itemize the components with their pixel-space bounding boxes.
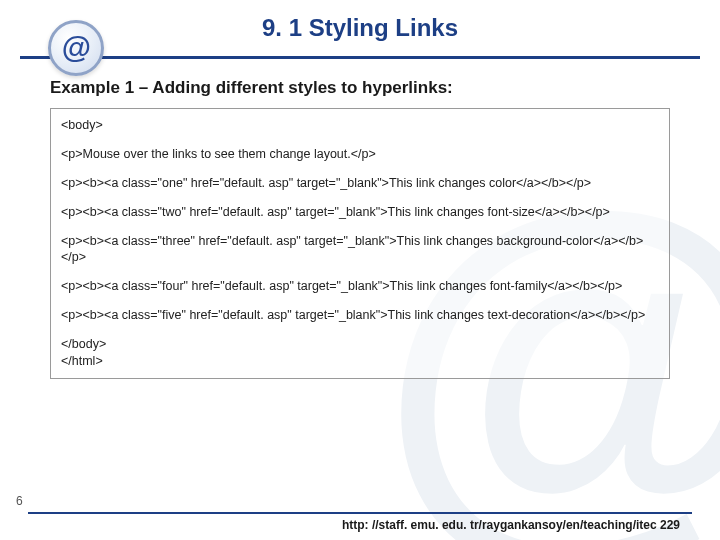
example-heading: Example 1 – Adding different styles to h… (50, 78, 670, 98)
slide-title: 9. 1 Styling Links (0, 14, 720, 42)
code-line: <p><b><a class="five" href="default. asp… (61, 307, 659, 324)
code-line: <p><b><a class="four" href="default. asp… (61, 278, 659, 295)
content-area: Example 1 – Adding different styles to h… (50, 78, 670, 379)
code-line: <body> (61, 117, 659, 134)
header-divider (20, 56, 700, 59)
slide: @ @ 9. 1 Styling Links Example 1 – Addin… (0, 0, 720, 540)
footer-url: http: //staff. emu. edu. tr/raygankansoy… (342, 518, 680, 532)
code-example-box: <body> <p>Mouse over the links to see th… (50, 108, 670, 379)
code-line: <p><b><a class="two" href="default. asp"… (61, 204, 659, 221)
footer-divider (28, 512, 692, 514)
code-line: </body> </html> (61, 336, 659, 370)
code-line: <p><b><a class="three" href="default. as… (61, 233, 659, 267)
at-logo-badge: @ (48, 20, 104, 76)
code-line: <p>Mouse over the links to see them chan… (61, 146, 659, 163)
at-icon: @ (48, 20, 104, 76)
code-line: <p><b><a class="one" href="default. asp"… (61, 175, 659, 192)
page-number: 6 (16, 494, 23, 508)
